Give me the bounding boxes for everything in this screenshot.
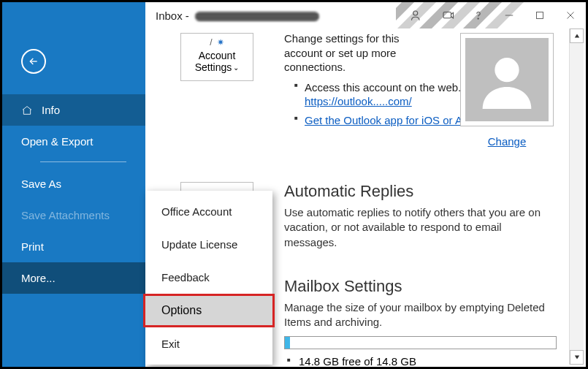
sidebar-item-label: More... bbox=[21, 272, 56, 284]
back-button[interactable] bbox=[2, 28, 145, 94]
account-settings-label2: Settings bbox=[195, 61, 232, 73]
svg-rect-1 bbox=[443, 12, 451, 18]
mailbox-usage-fill bbox=[285, 337, 290, 349]
svg-marker-9 bbox=[574, 34, 579, 38]
sidebar-item-print[interactable]: Print bbox=[2, 231, 145, 262]
sidebar-item-info[interactable]: Info bbox=[2, 94, 145, 126]
chevron-down-icon: ⌄ bbox=[233, 64, 239, 72]
flyout-item-feedback[interactable]: Feedback bbox=[145, 261, 272, 294]
automatic-replies-body: Use automatic replies to notify others t… bbox=[284, 205, 557, 250]
backstage-sidebar: Info Open & Export Save As Save Attachme… bbox=[2, 28, 145, 367]
help-icon[interactable] bbox=[463, 2, 494, 28]
mailbox-settings-section: Mailbox Settings Manage the size of your… bbox=[284, 277, 557, 367]
flyout-item-office-account[interactable]: Office Account bbox=[145, 195, 272, 228]
account-settings-label1: Account bbox=[181, 50, 253, 61]
automatic-replies-heading: Automatic Replies bbox=[284, 182, 557, 201]
sidebar-item-more[interactable]: More... bbox=[2, 262, 145, 294]
scroll-down-button[interactable] bbox=[570, 350, 584, 365]
sidebar-item-label: Open & Export bbox=[21, 135, 93, 148]
sidebar-item-label: Save Attachments bbox=[21, 209, 110, 221]
window-title: Inbox - bbox=[145, 9, 319, 22]
avatar-frame bbox=[460, 33, 554, 126]
flyout-item-options[interactable]: Options bbox=[145, 296, 272, 325]
back-arrow-icon bbox=[21, 49, 46, 74]
sidebar-item-label: Print bbox=[21, 240, 44, 253]
mailbox-settings-body: Manage the size of your mailbox by empty… bbox=[284, 300, 557, 330]
notify-icon[interactable] bbox=[432, 2, 463, 28]
maximize-button[interactable] bbox=[524, 2, 555, 28]
account-settings-icon: /✷ bbox=[181, 38, 253, 48]
svg-point-8 bbox=[495, 58, 519, 82]
scroll-up-button[interactable] bbox=[570, 28, 584, 43]
close-button[interactable] bbox=[555, 2, 586, 28]
flyout-item-options-highlight: Options bbox=[143, 294, 275, 327]
account-avatar-box: Change bbox=[457, 33, 557, 148]
vertical-scrollbar[interactable] bbox=[569, 28, 584, 365]
sidebar-item-open-export[interactable]: Open & Export bbox=[2, 126, 145, 157]
home-icon bbox=[21, 104, 33, 116]
mailbox-free-text: 14.8 GB free of 14.8 GB bbox=[284, 355, 557, 368]
titlebar-sidebar-extension bbox=[2, 2, 145, 28]
titlebar: Inbox - bbox=[2, 2, 586, 28]
svg-point-2 bbox=[478, 18, 478, 19]
mailbox-settings-heading: Mailbox Settings bbox=[284, 277, 557, 296]
window-title-text: Inbox - bbox=[156, 9, 189, 22]
svg-rect-4 bbox=[537, 12, 543, 19]
account-settings-button[interactable]: /✷ Account Settings⌄ bbox=[180, 33, 253, 81]
account-web-link[interactable]: https://outlook.....com/ bbox=[305, 95, 412, 107]
flyout-item-update-license[interactable]: Update License bbox=[145, 228, 272, 261]
svg-point-0 bbox=[413, 11, 418, 15]
window-title-redacted bbox=[195, 12, 319, 21]
sidebar-item-save-as[interactable]: Save As bbox=[2, 168, 145, 199]
sidebar-item-label: Info bbox=[42, 104, 60, 116]
more-flyout-menu: Office Account Update License Feedback O… bbox=[145, 191, 272, 365]
change-photo-link[interactable]: Change bbox=[488, 135, 527, 148]
svg-marker-10 bbox=[574, 356, 579, 360]
flyout-item-exit[interactable]: Exit bbox=[145, 327, 272, 360]
titlebar-controls bbox=[402, 2, 586, 28]
sidebar-item-label: Save As bbox=[21, 178, 61, 190]
automatic-replies-section: Automatic Replies Use automatic replies … bbox=[284, 182, 557, 250]
sidebar-divider bbox=[40, 161, 126, 162]
minimize-button[interactable] bbox=[494, 2, 524, 28]
coming-soon-icon[interactable] bbox=[402, 2, 432, 28]
mailbox-usage-bar bbox=[284, 336, 557, 349]
account-info-description: Change settings for this account or set … bbox=[284, 31, 416, 75]
avatar-placeholder-icon bbox=[465, 38, 549, 121]
account-info-item-text: Access this account on the web. bbox=[305, 81, 461, 94]
sidebar-item-save-attachments: Save Attachments bbox=[2, 199, 145, 231]
